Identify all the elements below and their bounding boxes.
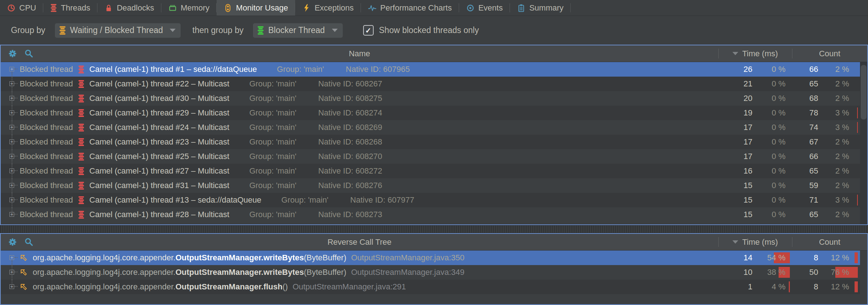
table-row[interactable]: + org.apache.logging.log4j.core.appender… [1,251,860,265]
count-percent: 3 % [825,120,860,135]
count-value: 8 [792,251,825,265]
expand-icon[interactable]: + [5,251,20,265]
tab-summary[interactable]: Summary [510,0,571,16]
table-row[interactable]: + org.apache.logging.log4j.core.appender… [1,280,860,294]
source-location: OutputStreamManager.java:350 [351,253,465,263]
group-by-first-dropdown[interactable]: Waiting / Blocked Thread [55,23,181,38]
panel-splitter[interactable] [0,225,868,233]
tab-deadlocks[interactable]: Deadlocks [97,0,161,16]
tab-monitor-usage[interactable]: Monitor Usage [217,0,295,16]
column-header-time[interactable]: Time (ms) [718,45,792,62]
table-row[interactable]: + Blocked thread Camel (camel-1) thread … [1,135,860,149]
percent-bar [857,122,858,133]
waiting-blocked-thread-icon [60,26,65,35]
column-header-reverse-call-tree[interactable]: Reverse Call Tree [1,237,718,247]
thread-icon [79,80,84,88]
show-blocked-checkbox[interactable]: ✓ Show blocked threads only [363,25,479,36]
tab-events[interactable]: Events [459,0,510,16]
table-row[interactable]: + Blocked thread Camel (camel-1) thread … [1,91,860,106]
column-header-time[interactable]: Time (ms) [718,234,792,250]
expand-icon[interactable]: + [5,207,20,222]
time-value: 15 [718,193,758,207]
time-value: 21 [718,77,758,91]
time-percent: 0 % [758,91,792,106]
group-by-second-dropdown[interactable]: Blocker Thread [253,23,343,38]
table-row[interactable]: + Blocked thread Camel (camel-1) thread … [1,120,860,135]
expand-icon[interactable]: + [5,265,20,280]
search-icon[interactable] [24,237,33,247]
thread-icon [79,152,84,161]
thread-native-id: Native ID: 608273 [318,210,382,219]
table-row[interactable]: + org.apache.logging.log4j.core.appender… [1,265,860,280]
tab-label: Threads [61,3,90,13]
gear-icon[interactable] [8,49,17,58]
monitor-usage-icon [224,4,232,12]
vertical-scrollbar[interactable] [860,62,867,224]
table-row[interactable]: + Blocked thread Camel (camel-1) thread … [1,178,860,193]
expand-icon[interactable]: + [5,77,20,91]
column-header-count[interactable]: Count [792,45,867,62]
count-value: 8 [792,280,825,294]
expand-icon[interactable]: + [5,120,20,135]
group-by-second-value: Blocker Thread [268,25,325,35]
tab-performance-charts[interactable]: Performance Charts [361,0,459,16]
groupby-toolbar: Group by Waiting / Blocked Thread then g… [0,16,868,45]
tab-label: Monitor Usage [236,3,288,13]
column-header-count[interactable]: Count [792,234,867,250]
table-row[interactable]: + Blocked thread Camel (camel-1) thread … [1,106,860,120]
tab-cpu[interactable]: CPU [0,0,43,16]
method-params: (ByteBuffer) [304,268,346,277]
scrollbar-thumb[interactable] [861,65,867,119]
thread-icon [79,196,84,204]
thread-state-label: Blocked thread [20,195,73,205]
time-percent: 4 % [758,280,792,294]
count-percent: 2 % [825,135,860,149]
percent-bar [857,107,858,118]
expand-icon[interactable]: + [5,91,20,106]
tab-exceptions[interactable]: Exceptions [295,0,361,16]
sort-descending-icon [732,240,738,244]
count-value: 67 [792,135,825,149]
search-icon[interactable] [24,49,33,58]
thread-native-id: Native ID: 608270 [318,152,382,161]
cpu-icon [7,4,15,12]
expand-icon[interactable]: + [5,135,20,149]
tab-bar: CPUThreadsDeadlocksMemoryMonitor UsageEx… [0,0,868,16]
count-percent: 2 % [825,77,860,91]
table-row[interactable]: + Blocked thread Camel (camel-1) thread … [1,207,860,222]
expand-icon[interactable]: + [5,178,20,193]
checkbox-check-icon[interactable]: ✓ [363,25,374,36]
expand-icon[interactable]: + [5,106,20,120]
column-header-name[interactable]: Name [1,49,718,58]
chevron-down-icon [170,29,176,32]
expand-icon[interactable]: + [5,193,20,207]
expand-icon[interactable]: + [5,280,20,294]
tab-threads[interactable]: Threads [43,0,97,16]
thread-native-id: Native ID: 608268 [318,137,382,147]
table-row[interactable]: + Blocked thread Camel (camel-1) thread … [1,164,860,178]
expand-icon[interactable]: + [5,164,20,178]
expand-icon[interactable]: + [5,62,20,77]
table-row[interactable]: + Blocked thread Camel (camel-1) thread … [1,77,860,91]
tab-label: Events [478,3,503,13]
reverse-call-tree-panel: Reverse Call Tree Time (ms) Count + org.… [0,233,868,305]
table-row[interactable]: + Blocked thread Camel (camel-1) thread … [1,149,860,164]
method-package: org.apache.logging.log4j.core.appender. [33,268,176,277]
thread-native-id: Native ID: 608274 [318,108,382,118]
thread-state-label: Blocked thread [20,94,73,103]
reverse-call-arrow-icon [20,268,28,277]
count-value: 59 [792,178,825,193]
time-value: 17 [718,149,758,164]
then-group-by-label: then group by [192,25,244,35]
thread-name: Camel (camel-1) thread #23 – Multicast [89,137,229,147]
performance-charts-icon [368,4,376,12]
expand-icon[interactable]: + [5,149,20,164]
count-percent: 76 % [825,265,860,280]
thread-name: Camel (camel-1) thread #29 – Multicast [89,108,229,118]
gear-icon[interactable] [8,237,17,247]
count-value: 65 [792,207,825,222]
table-row[interactable]: + Blocked thread Camel (camel-1) thread … [1,193,860,207]
tab-memory[interactable]: Memory [161,0,217,16]
table-row[interactable]: + Blocked thread Camel (camel-1) thread … [1,62,860,77]
tab-label: Summary [529,3,563,13]
